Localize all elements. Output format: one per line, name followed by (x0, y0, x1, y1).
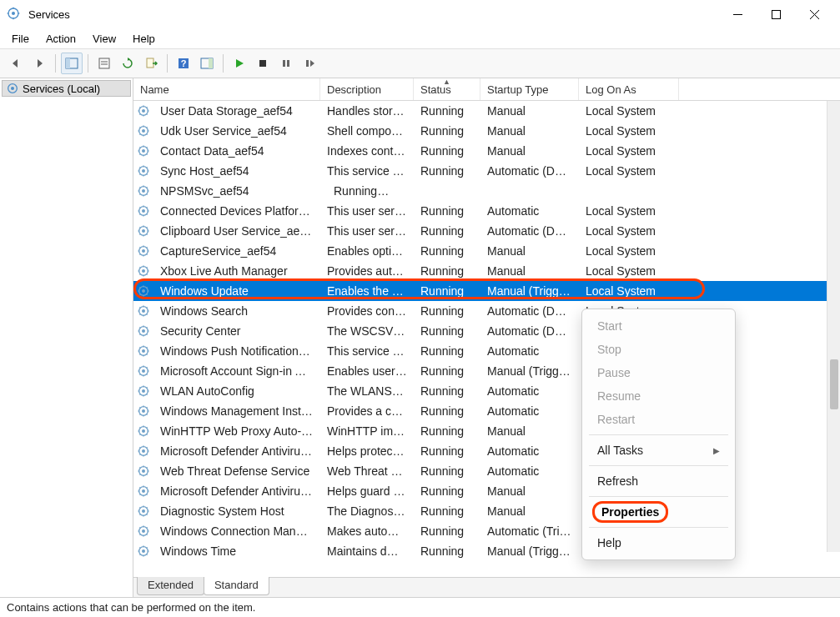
start-service-button[interactable] (229, 53, 250, 74)
service-row[interactable]: Contact Data_aef54Indexes cont…RunningMa… (133, 141, 840, 161)
tree-pane[interactable]: Services (Local) (0, 78, 133, 597)
stop-service-button[interactable] (252, 53, 274, 74)
service-row[interactable]: Clipboard User Service_aef54This user se… (133, 221, 840, 241)
ctx-all-tasks[interactable]: All Tasks▶ (582, 439, 735, 462)
menu-file[interactable]: File (3, 31, 38, 47)
service-description: Maintains d… (320, 544, 414, 558)
svg-point-97 (142, 249, 145, 253)
svg-point-67 (142, 189, 145, 193)
service-gear-icon (133, 124, 153, 138)
service-name: Xbox Live Auth Manager (153, 264, 320, 278)
export-button[interactable] (140, 53, 162, 74)
maximize-button[interactable] (757, 0, 795, 28)
service-gear-icon (133, 384, 153, 398)
ctx-start[interactable]: Start (582, 314, 735, 338)
properties-button[interactable] (93, 53, 115, 74)
service-logon: Local System (579, 284, 679, 298)
service-row[interactable]: Connected Devices Platform …This user se… (133, 201, 840, 221)
service-name: Contact Data_aef54 (153, 144, 320, 158)
show-hide-tree-button[interactable] (61, 53, 83, 74)
service-row[interactable]: NPSMSvc_aef54RunningManualLocal System (133, 181, 840, 201)
statusbar: Contains actions that can be performed o… (0, 597, 840, 617)
minimize-button[interactable] (718, 0, 757, 28)
service-description: Handles stor… (320, 104, 414, 118)
tree-root-item[interactable]: Services (Local) (2, 80, 131, 97)
close-button[interactable] (795, 0, 833, 28)
svg-rect-22 (287, 60, 289, 67)
col-status-header[interactable]: Status▲ (414, 78, 480, 100)
service-startup: Manual (Trigg… (480, 284, 579, 298)
vertical-scrollbar[interactable] (827, 101, 840, 552)
tab-standard[interactable]: Standard (204, 577, 269, 595)
service-gear-icon (133, 504, 153, 518)
tab-extended[interactable]: Extended (137, 577, 204, 595)
service-description: The Diagnos… (320, 504, 414, 518)
service-row[interactable]: Xbox Live Auth ManagerProvides aut…Runni… (133, 261, 840, 281)
window-title: Services (28, 8, 718, 21)
ctx-refresh[interactable]: Refresh (582, 469, 735, 493)
service-gear-icon (133, 404, 153, 418)
col-description-header[interactable]: Description (320, 78, 414, 100)
service-name: Clipboard User Service_aef54 (153, 224, 320, 238)
service-startup: Automatic (De… (480, 164, 579, 178)
back-button[interactable] (5, 53, 27, 74)
service-description: Indexes cont… (320, 144, 414, 158)
service-name: Sync Host_aef54 (153, 164, 320, 178)
service-row[interactable]: Windows UpdateEnables the …RunningManual… (133, 281, 840, 301)
col-logon-header[interactable]: Log On As (579, 78, 679, 100)
service-logon: Local System (579, 204, 679, 218)
svg-point-147 (142, 349, 145, 353)
service-status: Running (414, 224, 480, 238)
service-startup: Manual (480, 124, 579, 138)
svg-rect-11 (66, 58, 70, 68)
service-gear-icon (133, 484, 153, 498)
col-startup-header[interactable]: Startup Type (480, 78, 579, 100)
services-window: Services File Action View Help ? (0, 0, 840, 617)
menu-action[interactable]: Action (38, 31, 84, 47)
show-hide-action-pane-button[interactable] (196, 53, 218, 74)
svg-point-137 (142, 329, 145, 333)
refresh-button[interactable] (117, 53, 138, 74)
service-status: Running (414, 264, 480, 278)
service-row[interactable]: Sync Host_aef54This service …RunningAuto… (133, 161, 840, 181)
service-description: This user ser… (320, 224, 414, 238)
pause-service-button[interactable] (275, 53, 297, 74)
service-gear-icon (133, 544, 153, 558)
ctx-pause[interactable]: Pause (582, 361, 735, 384)
service-gear-icon (133, 184, 153, 198)
service-startup: Automatic (480, 464, 579, 478)
ctx-separator (589, 434, 728, 435)
service-row[interactable]: Udk User Service_aef54Shell compo…Runnin… (133, 121, 840, 141)
ctx-help[interactable]: Help (582, 531, 735, 554)
service-name: Windows Time (153, 544, 320, 558)
svg-point-25 (11, 87, 14, 90)
col-name-header[interactable]: Name (133, 78, 320, 100)
ctx-separator (589, 496, 728, 497)
svg-point-187 (142, 429, 145, 433)
service-description: WinHTTP im… (320, 424, 414, 438)
ctx-stop[interactable]: Stop (582, 338, 735, 361)
service-status: Running (414, 544, 480, 558)
menu-view[interactable]: View (84, 31, 124, 47)
forward-button[interactable] (28, 53, 50, 74)
svg-point-87 (142, 229, 145, 233)
service-gear-icon (133, 324, 153, 338)
toolbar-separator (55, 54, 56, 73)
svg-point-247 (142, 549, 145, 553)
service-name: Security Center (153, 324, 320, 338)
service-name: Microsoft Defender Antiviru… (153, 444, 320, 458)
menu-help[interactable]: Help (124, 31, 163, 47)
service-row[interactable]: User Data Storage_aef54Handles stor…Runn… (133, 101, 840, 121)
ctx-resume[interactable]: Resume (582, 384, 735, 408)
svg-rect-19 (209, 58, 213, 68)
service-description: Web Threat … (320, 464, 414, 478)
help-button[interactable]: ? (173, 53, 194, 74)
ctx-restart[interactable]: Restart (582, 408, 735, 431)
service-description: The WSCSVC… (320, 324, 414, 338)
restart-service-button[interactable] (299, 53, 320, 74)
service-gear-icon (133, 244, 153, 258)
scrollbar-thumb[interactable] (830, 359, 838, 409)
service-name: Microsoft Defender Antiviru… (153, 484, 320, 498)
service-description: RunningManualLocal System (320, 184, 414, 198)
service-row[interactable]: CaptureService_aef54Enables opti…Running… (133, 241, 840, 261)
